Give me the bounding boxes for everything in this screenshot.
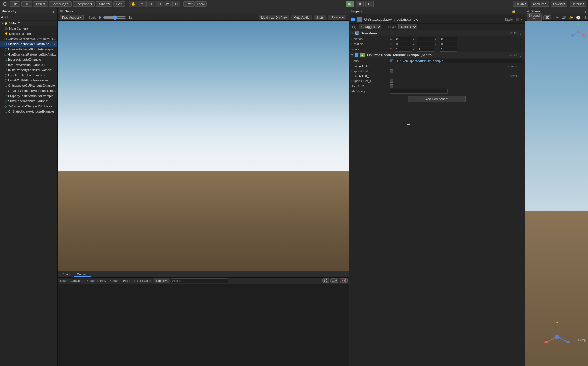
position-z-field[interactable] [440,37,457,41]
tool-hand[interactable]: ✋ [129,1,137,7]
list-item-selected[interactable]: ⬡ DisableContextMenuAttributeEx... ► [0,41,57,47]
list-item[interactable]: ⬡ InfoBoxAttributeExample ► [0,62,57,67]
list-item[interactable]: ▼ 📁 4.Misc* ⋮ [0,21,57,26]
transform-settings-btn[interactable]: ⚙ [513,31,517,35]
expand-list-checkbox[interactable] [390,69,393,73]
scale-z-field[interactable] [440,47,457,52]
static-checkbox[interactable] [516,18,519,21]
list1-add-btn[interactable]: + [519,74,522,78]
list0-add-btn[interactable]: + [519,64,522,68]
collapse-btn[interactable]: Collapse [70,279,84,283]
layers-btn[interactable]: Layers ▾ [551,1,567,7]
tool-scale[interactable]: ⊞ [155,1,163,7]
list-item[interactable]: ⬡ DrawWithUnityAttributeExample [0,47,57,52]
list-item[interactable]: 🎥 Main Camera [0,26,57,31]
transform-question-btn[interactable]: ? [509,31,512,35]
scene-lighting-btn[interactable]: ☀ [555,16,559,20]
list-item[interactable]: ⬡ OnStateUpdateAttributeExample [0,109,57,114]
game-tab[interactable]: Game [65,10,74,13]
unity-logo[interactable] [2,1,9,7]
rotation-y-field[interactable] [417,42,434,46]
list-item[interactable]: ⬡ OninspectorGUIAttributeExample [0,83,57,88]
tool-rotate[interactable]: ↻ [146,1,154,7]
maximize-on-play-btn[interactable]: Maximize On Play [259,15,289,20]
file-menu[interactable]: File [10,1,20,7]
list-item[interactable]: ⬡ OnCollectionChangedAttributeExample [0,104,57,109]
gizmos-btn[interactable]: Gizmos ▾ [328,15,346,20]
layer-select[interactable]: Default [398,24,417,29]
scale-x-field[interactable] [395,47,412,52]
script-question-btn[interactable]: ? [509,53,512,57]
scene-pause-btn[interactable]: ⏸ [583,16,587,20]
error-pause-btn[interactable]: Error Pause [133,279,152,283]
hierarchy-plus-btn[interactable]: + [1,15,3,19]
clear-on-build-btn[interactable]: Clear on Build [109,279,131,283]
scene-effects-btn[interactable]: ✨ [568,16,574,20]
list-item[interactable]: ⬡ InlinePropertyAttributeExample [0,67,57,73]
list1-row[interactable]: ▶ ▶ List_1 5 items + [349,74,525,78]
script-checkbox[interactable] [355,53,358,57]
account-btn[interactable]: Account ▾ [531,1,549,7]
list-item[interactable]: ⬡ SuffixLabelAttributeExample [0,98,57,104]
clear-btn[interactable]: clear [59,279,68,283]
script-component-header[interactable]: ▼ # On State Update Attribute Example (S… [349,52,525,58]
scene-audio-btn[interactable]: 🔊 [561,16,567,20]
list-item[interactable]: ⬡ LabelTextAttributeExample [0,73,57,78]
tool-rect[interactable]: ▭ [164,1,172,7]
my-string-input[interactable] [390,89,448,94]
script-settings-btn[interactable]: ⚙ [513,53,517,57]
aspect-dropdown[interactable]: Free Aspect ▾ [60,15,84,20]
window-menu[interactable]: Window [96,1,112,7]
script-more-btn[interactable]: ⋮ [518,53,523,57]
scene-nav-btn[interactable]: 🧭 [576,16,581,20]
help-menu[interactable]: Help [113,1,125,7]
scale-slider[interactable] [103,15,126,20]
scene-tab[interactable]: Scene [531,10,540,13]
list0-row[interactable]: ▶ ▶ List_0 5 items + [349,64,525,69]
expand-list1-checkbox[interactable] [390,79,393,83]
scale-y-field[interactable] [417,47,434,52]
hierarchy-add-btn[interactable]: ⋮ [52,9,56,13]
toggle-checkbox[interactable] [390,84,393,88]
list-item[interactable]: ⬡ IndentAttributeExample [0,57,57,62]
rotation-z-field[interactable] [440,42,457,46]
list-item[interactable]: ⬡ PropertyTooltipAttributeExample [0,93,57,98]
console-menu-btn[interactable]: ⋮ [343,272,347,276]
shading-dropdown[interactable]: Shaded ▾ [527,13,542,22]
2d-btn[interactable]: 2D [543,15,551,20]
position-y-field[interactable] [417,37,434,41]
pivot-toggle[interactable]: Pivot [183,1,194,7]
inspector-menu-btn[interactable]: ⋮ [518,9,522,13]
transform-more-btn[interactable]: ⋮ [518,31,523,35]
collab-btn[interactable]: Collab ▾ [513,1,528,7]
play-button[interactable]: ▶ [346,1,354,7]
tool-move[interactable]: ✛ [138,1,146,7]
project-tab[interactable]: Project [59,272,74,277]
editor-dropdown[interactable]: Editor ▾ [154,278,169,283]
active-checkbox[interactable] [351,18,355,21]
step-button[interactable]: ⏭ [365,1,374,7]
list-item[interactable]: 💡 Directional Light [0,31,57,36]
console-tab[interactable]: Console [74,272,91,277]
edit-menu[interactable]: Edit [21,1,32,7]
component-menu[interactable]: Component [73,1,95,7]
scene-view-menu-btn[interactable]: ⋮ [584,9,587,13]
assets-menu[interactable]: Assets [33,1,48,7]
list-item[interactable]: ⬡ CustomContextMenuAttributeExample [0,36,57,41]
local-toggle[interactable]: Local [195,1,207,7]
tool-transform[interactable]: ⊟ [172,1,180,7]
rotation-x-field[interactable] [395,42,412,46]
list-item[interactable]: ⬡ OnValueChangedAttributeExample [0,88,57,93]
static-dropdown-icon[interactable]: ▾ [521,18,522,21]
list-item[interactable]: ⬡ HideDuplicateReferenceBoxAttributeEx..… [0,52,57,57]
transform-section-header[interactable]: ▼ Transform ? ⚙ ⋮ [349,30,525,36]
mute-audio-btn[interactable]: Mute Audio [291,15,312,20]
stats-btn[interactable]: Stats [314,15,326,20]
add-component-btn[interactable]: Add Component [408,96,466,102]
list-item[interactable]: ⬡ LabelWidthAttributeExample [0,78,57,83]
tag-select[interactable]: Untagged [359,24,381,29]
pause-button[interactable]: ⏸ [356,1,364,7]
default-layout-btn[interactable]: Default ▾ [570,1,586,7]
clear-on-play-btn[interactable]: Clear on Play [86,279,108,283]
inspector-lock-btn[interactable]: 🔒 [511,9,517,13]
